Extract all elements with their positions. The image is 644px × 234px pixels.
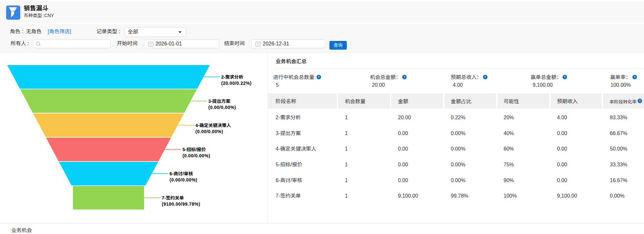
svg-text:(0.00/0.00%): (0.00/0.00%) — [183, 153, 210, 158]
svg-text:4-确定关键决策人: 4-确定关键决策人 — [195, 123, 231, 128]
svg-text:(0.00/0.00%): (0.00/0.00%) — [170, 177, 197, 182]
svg-text:?: ? — [639, 99, 641, 102]
svg-text:2-需求分析: 2-需求分析 — [221, 74, 243, 80]
svg-text:?: ? — [634, 75, 636, 79]
svg-text:?: ? — [564, 75, 566, 79]
svg-text:6-商讨/审核: 6-商讨/审核 — [170, 171, 193, 176]
svg-text:?: ? — [403, 75, 405, 79]
svg-text:(0.00/0.00%): (0.00/0.00%) — [208, 105, 236, 110]
svg-text:7-签约关单: 7-签约关单 — [162, 195, 184, 200]
svg-text:(20.00/0.22%): (20.00/0.22%) — [221, 81, 251, 86]
svg-text:(0.00/0.00%): (0.00/0.00%) — [195, 129, 223, 134]
svg-text:?: ? — [484, 75, 486, 79]
svg-text:(9100.00/99.78%): (9100.00/99.78%) — [162, 201, 200, 207]
svg-text:5-招标/报价: 5-招标/报价 — [183, 147, 206, 152]
svg-text:?: ? — [318, 75, 320, 79]
svg-text:3-提出方案: 3-提出方案 — [208, 99, 230, 104]
